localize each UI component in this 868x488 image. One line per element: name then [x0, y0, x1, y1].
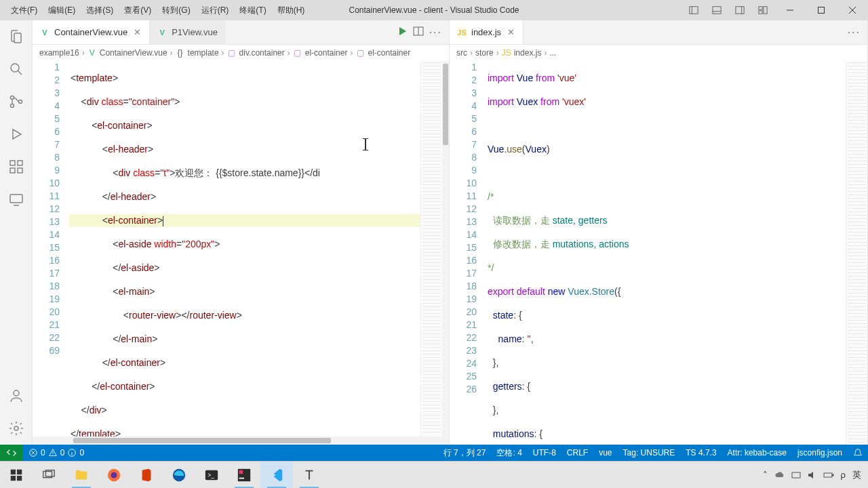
breadcrumb-item[interactable]: div.container [239, 48, 285, 58]
status-notifications[interactable] [848, 445, 868, 461]
breadcrumb-item[interactable]: template [188, 48, 219, 58]
status-indent[interactable]: 空格: 4 [491, 445, 527, 461]
code-lines[interactable]: import Vue from 'vue' import Vuex from '… [486, 61, 846, 445]
minimap[interactable] [420, 61, 442, 436]
volume-icon[interactable] [807, 470, 818, 481]
taskbar-vscode[interactable] [260, 462, 293, 489]
breadcrumb-item[interactable]: src [456, 48, 467, 58]
more-icon[interactable]: ··· [429, 26, 442, 39]
status-line-col[interactable]: 行 7，列 27 [438, 445, 492, 461]
svg-rect-4 [736, 7, 744, 14]
menu-help[interactable]: 帮助(H) [272, 2, 311, 19]
status-language[interactable]: vue [593, 445, 617, 461]
tab-containerview[interactable]: V ContainerView.vue ✕ [33, 20, 150, 44]
horizontal-scrollbar[interactable] [33, 436, 449, 445]
menu-file[interactable]: 文件(F) [5, 2, 43, 19]
taskbar-taskview[interactable] [33, 462, 65, 489]
run-icon[interactable] [397, 26, 408, 39]
status-attr-case[interactable]: Attr: kebab-case [722, 445, 792, 461]
status-typescript[interactable]: TS 4.7.3 [680, 445, 722, 461]
status-errors[interactable]: 0 0 0 [23, 445, 90, 461]
tag-icon: ▢ [227, 48, 237, 58]
layout-panel-bottom-icon[interactable] [705, 0, 728, 20]
svg-point-13 [11, 64, 19, 72]
breadcrumb-item[interactable]: ContainerView.vue [100, 48, 167, 58]
window-maximize[interactable] [806, 0, 837, 20]
tab-p1view[interactable]: V P1View.vue [150, 20, 225, 44]
svg-rect-50 [239, 470, 243, 474]
taskbar-edge[interactable] [163, 462, 195, 489]
onedrive-icon[interactable] [774, 470, 785, 481]
taskbar-firefox[interactable] [98, 462, 130, 489]
line-gutter: 1234567891011121314151617181920212269 [33, 61, 69, 436]
text-cursor-icon [365, 138, 366, 150]
code-lines[interactable]: <template> <div class="container"> <el-c… [69, 61, 420, 436]
menu-run[interactable]: 运行(R) [196, 2, 235, 19]
activity-extensions[interactable] [0, 150, 33, 183]
vue-file-icon: V [39, 27, 50, 38]
svg-rect-39 [11, 475, 16, 480]
network-icon[interactable] [791, 470, 802, 481]
layout-panel-left-icon[interactable] [682, 0, 705, 20]
breadcrumbs-right[interactable]: src› store› JS index.js› ... [450, 45, 867, 61]
taskbar-intellij[interactable] [228, 462, 260, 489]
activity-search[interactable] [0, 53, 33, 85]
tab-label: index.js [471, 27, 501, 37]
breadcrumb-item[interactable]: store [475, 48, 494, 58]
breadcrumb-item[interactable]: index.js [514, 48, 542, 58]
taskbar-office[interactable] [130, 462, 163, 489]
status-encoding[interactable]: UTF-8 [528, 445, 561, 461]
svg-rect-2 [713, 7, 721, 14]
menu-view[interactable]: 查看(V) [119, 2, 157, 19]
minimap[interactable] [846, 61, 867, 445]
more-icon[interactable]: ··· [848, 26, 861, 39]
svg-point-15 [10, 96, 14, 100]
activity-scm[interactable] [0, 85, 33, 118]
menu-terminal[interactable]: 终端(T) [234, 2, 271, 19]
window-close[interactable] [837, 0, 868, 20]
taskbar-explorer[interactable] [65, 462, 98, 489]
breadcrumb-item[interactable]: example16 [39, 48, 79, 58]
svg-rect-23 [10, 195, 22, 203]
menu-go[interactable]: 转到(G) [157, 2, 195, 19]
split-editor-icon[interactable] [413, 26, 424, 39]
activity-account[interactable] [0, 380, 33, 412]
code-editor-right[interactable]: 1234567891011121314151617181920212223242… [450, 61, 867, 445]
status-remote[interactable] [0, 445, 23, 461]
breadcrumb-item[interactable]: ... [549, 48, 556, 58]
breadcrumbs-left[interactable]: example16› V ContainerView.vue› {} templ… [33, 45, 449, 61]
tray-chevron-up-icon[interactable]: ˄ [763, 470, 768, 480]
tab-indexjs[interactable]: JS index.js ✕ [450, 20, 524, 44]
breadcrumb-item[interactable]: el-container [305, 48, 348, 58]
ime-symbol[interactable]: ρ [841, 470, 846, 480]
taskbar-text-app[interactable] [293, 462, 326, 489]
activity-settings[interactable] [0, 412, 33, 445]
status-jsconfig[interactable]: jsconfig.json [792, 445, 848, 461]
svg-rect-19 [10, 161, 15, 165]
layout-panel-right-icon[interactable] [728, 0, 751, 20]
editor-group-2: JS index.js ✕ ··· src› store› JS index.j… [450, 20, 868, 445]
layout-customize-icon[interactable] [751, 0, 774, 20]
taskbar-terminal[interactable]: >_ [195, 462, 228, 489]
close-icon[interactable]: ✕ [132, 27, 142, 38]
activity-debug[interactable] [0, 118, 33, 150]
svg-rect-20 [10, 168, 15, 173]
vue-file-icon: V [87, 48, 97, 58]
status-tag[interactable]: Tag: UNSURE [618, 445, 681, 461]
code-editor-left[interactable]: 1234567891011121314151617181920212269 <t… [33, 61, 449, 436]
menu-edit[interactable]: 编辑(E) [43, 2, 81, 19]
vertical-scrollbar[interactable] [442, 61, 449, 436]
breadcrumb-item[interactable]: el-container [368, 48, 410, 58]
taskbar-start[interactable] [0, 462, 33, 489]
activity-explorer[interactable] [0, 20, 33, 53]
menu-select[interactable]: 选择(S) [81, 2, 119, 19]
ime-language[interactable]: 英 [852, 469, 861, 481]
window-minimize[interactable] [774, 0, 806, 20]
activity-remote[interactable] [0, 183, 33, 216]
svg-rect-51 [792, 472, 800, 478]
status-eol[interactable]: CRLF [561, 445, 593, 461]
svg-text:>_: >_ [208, 472, 215, 478]
svg-point-17 [18, 100, 22, 104]
battery-icon[interactable] [823, 470, 834, 481]
close-icon[interactable]: ✕ [505, 27, 516, 38]
